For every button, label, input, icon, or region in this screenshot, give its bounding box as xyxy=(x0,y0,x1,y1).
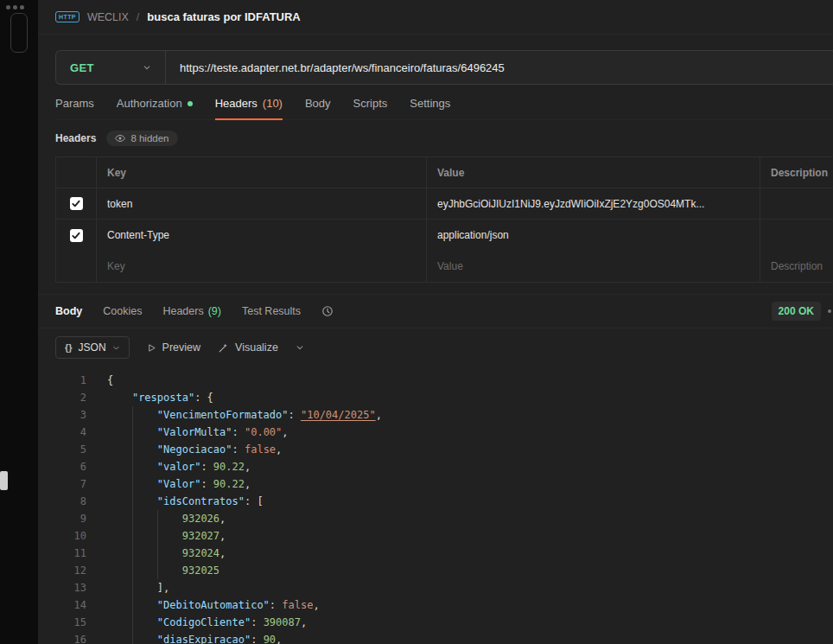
cell-value-placeholder[interactable]: Value xyxy=(426,251,760,282)
visualize-button[interactable]: Visualize xyxy=(218,341,278,354)
cell-description[interactable] xyxy=(760,220,833,251)
line-number: 7 xyxy=(38,475,86,493)
left-sidebar xyxy=(0,0,38,644)
line-number: 10 xyxy=(38,527,86,545)
tab-label: Cookies xyxy=(103,305,142,317)
method-selector[interactable]: GET xyxy=(56,61,165,74)
code-token: : xyxy=(200,461,213,473)
hidden-headers-label: 8 hidden xyxy=(130,133,169,143)
code-content: "Valor": 90.22, xyxy=(107,475,251,493)
cell-description[interactable] xyxy=(760,188,833,219)
request-title[interactable]: busca faturas por IDFATURA xyxy=(147,10,300,23)
line-number: 13 xyxy=(38,579,86,596)
response-tab-headers[interactable]: Headers(9) xyxy=(162,305,221,317)
tab-scripts[interactable]: Scripts xyxy=(353,97,388,110)
code-token: : xyxy=(200,478,213,490)
table-header-row: Key Value Description xyxy=(56,157,833,188)
code-token: "CodigoCliente" xyxy=(157,616,251,628)
code-token: "Negociacao" xyxy=(157,443,232,456)
row-checkbox[interactable] xyxy=(70,229,83,242)
hidden-headers-toggle[interactable]: 8 hidden xyxy=(106,131,177,146)
response-tab-body[interactable]: Body xyxy=(55,305,82,317)
response-body-editor: 1{2 "resposta": {3 "VencimentoFormatado"… xyxy=(38,367,833,644)
code-token: "Valor" xyxy=(157,478,201,490)
code-line: 6 "valor": 90.22, xyxy=(38,458,833,475)
line-number: 15 xyxy=(38,614,86,631)
request-titlebar: HTTP WECLIX / busca faturas por IDFATURA xyxy=(38,0,833,35)
tab-headers[interactable]: Headers(10) xyxy=(215,97,283,110)
response-tab-cookies[interactable]: Cookies xyxy=(103,305,142,317)
code-line: 3 "VencimentoFormatado": "10/04/2025", xyxy=(38,406,833,424)
row-checkbox[interactable] xyxy=(70,197,83,210)
code-token: , xyxy=(313,599,319,611)
code-line: 8 "idsContratos": [ xyxy=(38,493,833,510)
code-token: "valor" xyxy=(157,461,201,473)
code-token: false xyxy=(282,599,313,611)
cell-key[interactable]: Content-Type xyxy=(96,220,426,251)
line-number: 3 xyxy=(38,406,86,424)
response-tab-test-results[interactable]: Test Results xyxy=(242,305,301,317)
tab-params[interactable]: Params xyxy=(55,97,94,110)
response-history-button[interactable] xyxy=(321,305,334,317)
column-header-value: Value xyxy=(426,157,760,188)
more-menu-icon[interactable] xyxy=(6,5,24,10)
code-token: false xyxy=(245,443,276,456)
cell-value[interactable]: eyJhbGciOiJIUzI1NiJ9.eyJzdWIiOiIxZjE2Yzg… xyxy=(426,188,760,219)
code-token: , xyxy=(276,634,282,644)
sidebar-resize-handle[interactable] xyxy=(0,471,8,490)
code-token: , xyxy=(376,409,382,421)
line-number: 4 xyxy=(38,424,86,441)
indent-guide xyxy=(132,406,133,644)
toolbar-more-button[interactable] xyxy=(296,343,304,352)
headers-panel-title: Headers xyxy=(55,132,96,144)
code-line: 7 "Valor": 90.22, xyxy=(38,475,833,493)
code-token: 932026 xyxy=(182,513,219,525)
code-content: "DebitoAutomatico": false, xyxy=(107,596,320,614)
code-token xyxy=(107,530,182,542)
code-line: 5 "Negociacao": false, xyxy=(38,441,833,458)
code-content: "CodigoCliente": 390087, xyxy=(107,614,307,631)
breadcrumb-workspace[interactable]: WECLIX xyxy=(87,11,129,23)
response-meta: 200 OK 248 xyxy=(772,302,833,321)
code-token: 90.22 xyxy=(213,461,245,473)
tab-body[interactable]: Body xyxy=(305,97,331,110)
code-line: 13 ], xyxy=(38,579,833,596)
checkbox-cell xyxy=(56,220,96,251)
headers-panel-header: Headers 8 hidden xyxy=(55,129,816,148)
table-row: tokeneyJhbGciOiJIUzI1NiJ9.eyJzdWIiOiIxZj… xyxy=(56,188,833,220)
preview-button[interactable]: Preview xyxy=(147,341,200,354)
line-number: 6 xyxy=(38,458,86,475)
sidebar-collapsed-panel[interactable] xyxy=(10,13,28,53)
code-lines: 1{2 "resposta": {3 "VencimentoFormatado"… xyxy=(38,372,833,644)
history-clock-icon xyxy=(321,305,334,317)
headers-table: Key Value Description tokeneyJhbGciOiJIU… xyxy=(55,156,833,283)
cell-key[interactable]: token xyxy=(96,188,426,219)
code-line: 16 "diasExpiracao": 90, xyxy=(38,631,833,644)
checkbox-cell xyxy=(56,251,96,282)
status-badge: 200 OK xyxy=(772,302,821,321)
code-token: 932027 xyxy=(182,530,219,542)
code-token: "idsContratos" xyxy=(157,495,245,507)
url-input[interactable]: https://teste.adapter.net.br/adapter/ws/… xyxy=(166,61,505,74)
code-content: "VencimentoFormatado": "10/04/2025", xyxy=(107,406,382,424)
code-token xyxy=(107,547,182,559)
code-token: "ValorMulta" xyxy=(157,426,232,438)
code-token: "resposta" xyxy=(132,392,194,404)
indent-guide xyxy=(157,510,158,579)
tab-authorization[interactable]: Authorization xyxy=(117,97,193,110)
tab-settings[interactable]: Settings xyxy=(410,97,450,110)
format-dropdown[interactable]: {} JSON xyxy=(55,336,130,359)
cell-description-placeholder[interactable]: Description xyxy=(760,251,833,282)
code-token: 932025 xyxy=(182,564,219,577)
code-token: : xyxy=(232,426,245,438)
table-row: Content-Typeapplication/json xyxy=(56,220,833,251)
code-content: ], xyxy=(107,579,169,596)
cell-value[interactable]: application/json xyxy=(426,220,760,251)
tab-label: Params xyxy=(55,97,94,110)
eye-icon xyxy=(115,133,125,143)
play-outline-icon xyxy=(147,343,156,353)
http-request-icon: HTTP xyxy=(55,11,79,22)
tab-label: Settings xyxy=(410,97,450,110)
cell-key-placeholder[interactable]: Key xyxy=(96,251,426,282)
braces-icon: {} xyxy=(65,342,73,353)
